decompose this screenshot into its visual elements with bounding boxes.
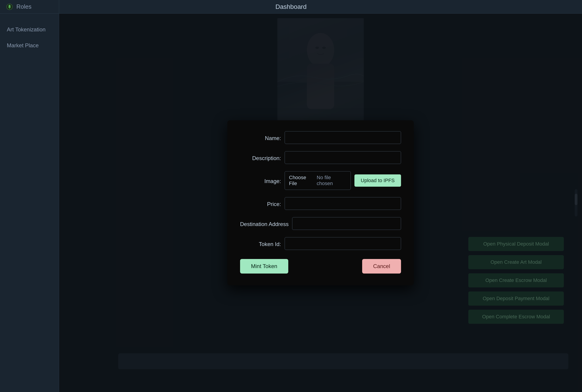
token-id-input[interactable] xyxy=(285,237,401,250)
sidebar-header: Roles xyxy=(0,0,59,14)
mint-token-button[interactable]: Mint Token xyxy=(240,259,288,274)
image-field: Image: Choose File No file chosen Upload… xyxy=(240,171,401,190)
app-logo xyxy=(5,3,14,11)
name-label: Name: xyxy=(240,134,281,142)
destination-address-label: Destination Address xyxy=(240,220,288,228)
modal-footer: Mint Token Cancel xyxy=(240,259,401,274)
destination-address-input[interactable] xyxy=(292,217,401,230)
description-field: Description: xyxy=(240,151,401,164)
choose-file-label: Choose File xyxy=(289,175,314,186)
topbar-title: Dashboard xyxy=(276,3,307,10)
modal-overlay: Name: Description: Image: Choose File No… xyxy=(59,14,582,392)
sidebar-roles-label: Roles xyxy=(16,3,31,10)
token-id-field: Token Id: xyxy=(240,237,401,250)
image-label: Image: xyxy=(240,177,281,184)
file-input-wrapper: Choose File No file chosen Upload to IPF… xyxy=(285,171,401,190)
topbar: Dashboard xyxy=(0,0,582,14)
price-field: Price: xyxy=(240,197,401,210)
name-field: Name: xyxy=(240,131,401,144)
main-content: Open Physical Deposit Modal Open Create … xyxy=(59,14,582,392)
cancel-button[interactable]: Cancel xyxy=(362,259,401,274)
price-label: Price: xyxy=(240,200,281,207)
file-choose-area[interactable]: Choose File No file chosen xyxy=(285,171,351,190)
sidebar: Roles Art Tokenization Market Place xyxy=(0,0,59,392)
destination-address-field: Destination Address xyxy=(240,217,401,230)
description-label: Description: xyxy=(240,154,281,162)
sidebar-item-market-place[interactable]: Market Place xyxy=(0,39,59,52)
price-input[interactable] xyxy=(285,197,401,210)
description-input[interactable] xyxy=(285,151,401,164)
sidebar-item-art-tokenization[interactable]: Art Tokenization xyxy=(0,23,59,36)
sidebar-nav: Art Tokenization Market Place xyxy=(0,14,59,62)
upload-to-ipfs-button[interactable]: Upload to IPFS xyxy=(354,174,401,187)
no-file-chosen-label: No file chosen xyxy=(317,175,346,186)
token-id-label: Token Id: xyxy=(240,240,281,248)
mint-token-modal: Name: Description: Image: Choose File No… xyxy=(227,120,414,285)
name-input[interactable] xyxy=(285,131,401,144)
